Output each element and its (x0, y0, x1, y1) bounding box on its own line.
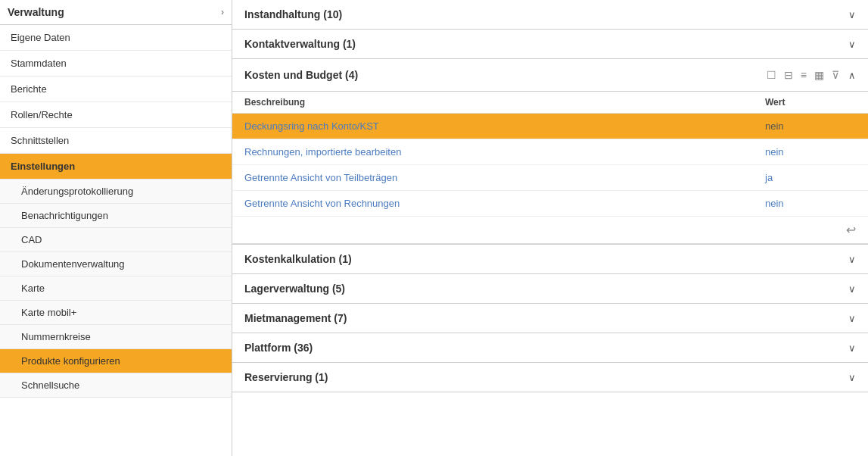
row-desc-3: Getrennte Ansicht von Rechnungen (244, 198, 765, 209)
return-icon-row: ↩ (232, 217, 868, 244)
sidebar-item-0[interactable]: Eigene Daten (0, 25, 232, 51)
sections-container: Instandhaltung (10)∨Kontaktverwaltung (1… (232, 0, 868, 392)
col-wert-header: Wert (765, 97, 856, 108)
sidebar-sub-item-13[interactable]: Produkte konfigurieren (0, 349, 232, 373)
section-header-plattform[interactable]: Plattform (36)∨ (232, 333, 868, 363)
sidebar-item-3[interactable]: Rollen/Rechte (0, 102, 232, 128)
section-header-lagerverwaltung[interactable]: Lagerverwaltung (5)∨ (232, 274, 868, 304)
sidebar-title: Verwaltung (8, 6, 64, 18)
new-icon[interactable]: ☐ (765, 67, 778, 83)
section-title-kosten: Kosten und Budget (4) (244, 69, 758, 81)
table-row-1[interactable]: Rechnungen, importierte bearbeitennein (232, 139, 868, 165)
sidebar-item-4[interactable]: Schnittstellen (0, 128, 232, 154)
row-val-0: nein (765, 120, 856, 132)
table-row-2[interactable]: Getrennte Ansicht von Teilbeträgenja (232, 165, 868, 191)
sidebar-item-2[interactable]: Berichte (0, 77, 232, 102)
section-chevron-kosten: ∧ (848, 70, 856, 81)
list-icon[interactable]: ≡ (799, 67, 808, 83)
section-title-mietmanagement: Mietmanagement (7) (244, 312, 347, 324)
section-header-kosten[interactable]: Kosten und Budget (4)☐⊟≡▦⊽∧ (232, 59, 868, 92)
sidebar: Verwaltung › Eigene DatenStammdatenBeric… (0, 0, 232, 456)
section-title-plattform: Plattform (36) (244, 342, 313, 354)
sidebar-header[interactable]: Verwaltung › (0, 0, 232, 25)
sidebar-sub-item-12[interactable]: Nummernkreise (0, 325, 232, 349)
sidebar-chevron-icon: › (221, 7, 224, 17)
section-chevron-icon-lagerverwaltung: ∨ (848, 283, 856, 295)
section-chevron-icon-mietmanagement: ∨ (848, 313, 856, 324)
section-chevron-icon-kontaktverwaltung: ∨ (848, 39, 856, 50)
sidebar-sub-item-14[interactable]: Schnellsuche (0, 373, 232, 398)
sidebar-sub-item-6[interactable]: Änderungsprotokollierung (0, 180, 232, 204)
sidebar-item-5[interactable]: Einstellungen (0, 154, 232, 180)
section-header-kostenkalkulation[interactable]: Kostenkalkulation (1)∨ (232, 245, 868, 274)
table-row-0[interactable]: Deckungsring nach Konto/KSTnein (232, 114, 868, 139)
section-title-instandhaltung: Instandhaltung (10) (244, 8, 342, 20)
sidebar-sub-item-7[interactable]: Benachrichtigungen (0, 204, 232, 228)
return-icon[interactable]: ↩ (846, 223, 856, 237)
section-chevron-icon-instandhaltung: ∨ (848, 9, 856, 20)
row-desc-2: Getrennte Ansicht von Teilbeträgen (244, 172, 765, 183)
main-content: Instandhaltung (10)∨Kontaktverwaltung (1… (232, 0, 868, 456)
section-kosten: Kosten und Budget (4)☐⊟≡▦⊽∧BeschreibungW… (232, 59, 868, 245)
row-desc-1: Rechnungen, importierte bearbeiten (244, 146, 765, 158)
filter-icon[interactable]: ⊟ (782, 67, 795, 83)
chart-icon[interactable]: ▦ (813, 67, 826, 83)
section-header-reservierung[interactable]: Reservierung (1)∨ (232, 363, 868, 392)
row-val-1: nein (765, 146, 856, 158)
section-header-mietmanagement[interactable]: Mietmanagement (7)∨ (232, 304, 868, 333)
row-val-2: ja (765, 172, 856, 183)
row-val-3: nein (765, 198, 856, 209)
section-title-kostenkalkulation: Kostenkalkulation (1) (244, 253, 352, 265)
sidebar-item-1[interactable]: Stammdaten (0, 51, 232, 77)
section-title-reservierung: Reservierung (1) (244, 371, 328, 383)
funnel-icon[interactable]: ⊽ (830, 67, 841, 83)
sidebar-sub-item-10[interactable]: Karte (0, 276, 232, 301)
section-title-lagerverwaltung: Lagerverwaltung (5) (244, 283, 345, 295)
sidebar-sub-item-8[interactable]: CAD (0, 228, 232, 252)
table-header: BeschreibungWert (232, 92, 868, 114)
sidebar-items-container: Eigene DatenStammdatenBerichteRollen/Rec… (0, 25, 232, 398)
toolbar-icons: ☐⊟≡▦⊽ (765, 67, 841, 83)
sidebar-sub-item-9[interactable]: Dokumentenverwaltung (0, 252, 232, 276)
section-chevron-icon-reservierung: ∨ (848, 372, 856, 383)
table-row-3[interactable]: Getrennte Ansicht von Rechnungennein (232, 191, 868, 217)
section-title-kontaktverwaltung: Kontaktverwaltung (1) (244, 38, 356, 50)
section-header-instandhaltung[interactable]: Instandhaltung (10)∨ (232, 0, 868, 30)
section-chevron-icon-plattform: ∨ (848, 342, 856, 354)
section-header-kontaktverwaltung[interactable]: Kontaktverwaltung (1)∨ (232, 30, 868, 59)
row-desc-0: Deckungsring nach Konto/KST (244, 120, 765, 132)
col-beschreibung-header: Beschreibung (244, 97, 765, 108)
sidebar-sub-item-11[interactable]: Karte mobil+ (0, 301, 232, 325)
section-chevron-icon-kostenkalkulation: ∨ (848, 254, 856, 265)
